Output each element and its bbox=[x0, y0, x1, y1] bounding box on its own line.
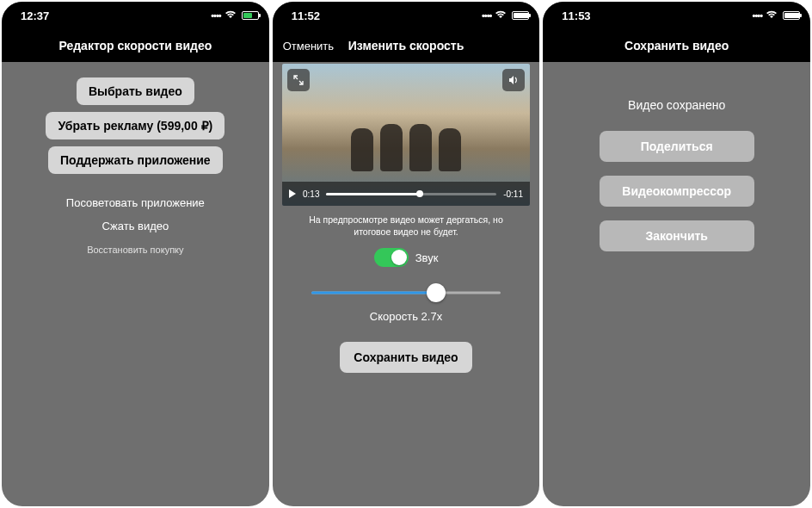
share-button[interactable]: Поделиться bbox=[600, 131, 754, 162]
sound-toggle-row: Звук bbox=[374, 248, 439, 267]
video-thumbnail bbox=[317, 98, 495, 171]
status-bar: 11:53 •••• bbox=[543, 2, 810, 29]
content: Выбрать видео Убрать рекламу (599,00 ₽) … bbox=[2, 62, 269, 506]
header: Сохранить видео bbox=[543, 29, 810, 62]
preview-hint: На предпросмотре видео может дергаться, … bbox=[290, 214, 523, 238]
status-indicators: •••• bbox=[753, 10, 800, 21]
phone-screen-2: 11:52 •••• Отменить Изменить скорость bbox=[273, 2, 540, 506]
cellular-icon: •••• bbox=[482, 10, 491, 21]
status-indicators: •••• bbox=[482, 10, 529, 21]
wifi-icon bbox=[495, 10, 507, 21]
video-controls: 0:13 -0:11 bbox=[282, 182, 530, 206]
support-app-button[interactable]: Поддержать приложение bbox=[48, 146, 223, 174]
phone-screen-1: 12:37 •••• Редактор скорости видео Выбра… bbox=[2, 2, 269, 506]
fullscreen-icon[interactable] bbox=[287, 69, 310, 91]
page-title: Изменить скорость bbox=[348, 39, 464, 53]
finish-button[interactable]: Закончить bbox=[600, 220, 754, 251]
status-indicators: •••• bbox=[211, 10, 258, 21]
battery-icon bbox=[512, 11, 529, 20]
cancel-button[interactable]: Отменить bbox=[283, 40, 334, 53]
status-time: 11:52 bbox=[292, 9, 320, 22]
phone-screen-3: 11:53 •••• Сохранить видео Видео сохране… bbox=[543, 2, 810, 506]
status-bar: 11:52 •••• bbox=[273, 2, 540, 29]
compressor-button[interactable]: Видеокомпрессор bbox=[600, 176, 754, 207]
select-video-button[interactable]: Выбрать видео bbox=[77, 77, 194, 105]
header: Отменить Изменить скорость bbox=[273, 29, 540, 62]
save-video-button[interactable]: Сохранить видео bbox=[340, 342, 471, 373]
speed-label: Скорость 2.7x bbox=[370, 310, 442, 323]
page-title: Редактор скорости видео bbox=[58, 39, 212, 53]
video-preview[interactable]: 0:13 -0:11 bbox=[282, 64, 530, 206]
remaining-time: -0:11 bbox=[503, 189, 523, 199]
recommend-link[interactable]: Посоветовать приложение bbox=[66, 196, 205, 209]
cellular-icon: •••• bbox=[211, 10, 220, 21]
battery-charging-icon bbox=[242, 11, 259, 20]
status-time: 11:53 bbox=[562, 9, 590, 22]
wifi-icon bbox=[225, 10, 237, 21]
video-progress[interactable] bbox=[326, 193, 496, 195]
sound-label: Звук bbox=[415, 251, 439, 264]
elapsed-time: 0:13 bbox=[303, 189, 319, 199]
cellular-icon: •••• bbox=[753, 10, 762, 21]
wifi-icon bbox=[766, 10, 778, 21]
speed-slider[interactable] bbox=[311, 282, 501, 303]
content: Видео сохранено Поделиться Видеокомпресс… bbox=[543, 62, 810, 506]
content: 0:13 -0:11 На предпросмотре видео может … bbox=[273, 62, 540, 506]
header: Редактор скорости видео bbox=[2, 29, 269, 62]
play-icon[interactable] bbox=[289, 189, 296, 198]
sound-toggle[interactable] bbox=[374, 248, 409, 267]
saved-message: Видео сохранено bbox=[628, 98, 725, 112]
status-time: 12:37 bbox=[21, 9, 49, 22]
page-title: Сохранить видео bbox=[624, 39, 729, 53]
sound-icon[interactable] bbox=[502, 69, 525, 91]
restore-purchase-link[interactable]: Восстановить покупку bbox=[87, 245, 183, 255]
battery-icon bbox=[783, 11, 800, 20]
status-bar: 12:37 •••• bbox=[2, 2, 269, 29]
remove-ads-button[interactable]: Убрать рекламу (599,00 ₽) bbox=[46, 112, 225, 139]
compress-link[interactable]: Сжать видео bbox=[102, 220, 169, 232]
